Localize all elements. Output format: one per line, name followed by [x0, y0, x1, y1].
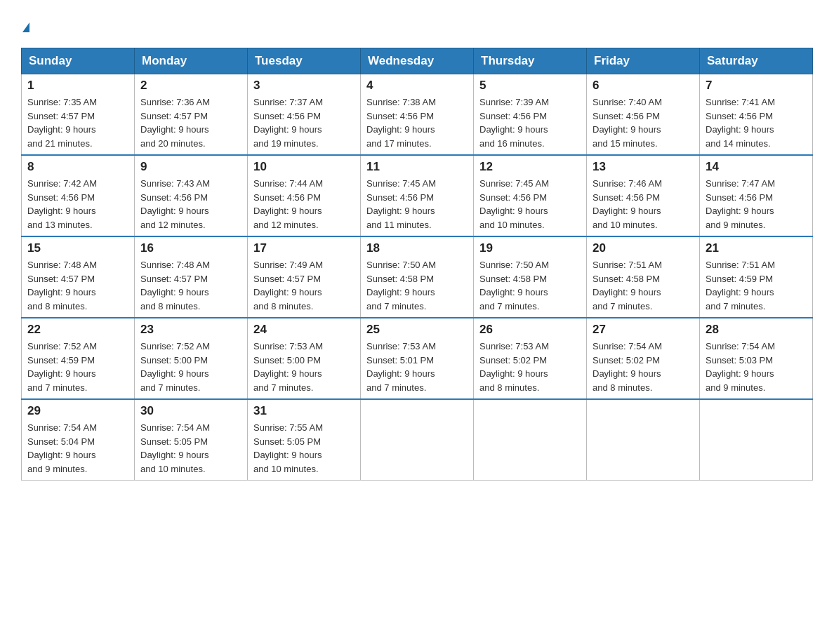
calendar-day-cell: 11Sunrise: 7:45 AMSunset: 4:56 PMDayligh…	[361, 155, 474, 236]
calendar-table: SundayMondayTuesdayWednesdayThursdayFrid…	[21, 48, 813, 481]
calendar-day-cell: 20Sunrise: 7:51 AMSunset: 4:58 PMDayligh…	[587, 236, 700, 318]
day-info: Sunrise: 7:46 AMSunset: 4:56 PMDaylight:…	[593, 178, 662, 230]
day-number: 17	[253, 241, 355, 255]
calendar-day-cell: 13Sunrise: 7:46 AMSunset: 4:56 PMDayligh…	[587, 155, 700, 236]
calendar-day-cell: 21Sunrise: 7:51 AMSunset: 4:59 PMDayligh…	[700, 236, 813, 318]
day-number: 26	[479, 323, 581, 337]
calendar-day-cell: 1Sunrise: 7:35 AMSunset: 4:57 PMDaylight…	[22, 74, 135, 156]
day-info: Sunrise: 7:45 AMSunset: 4:56 PMDaylight:…	[479, 178, 549, 230]
calendar-day-cell: 17Sunrise: 7:49 AMSunset: 4:57 PMDayligh…	[248, 236, 361, 318]
day-info: Sunrise: 7:51 AMSunset: 4:58 PMDaylight:…	[593, 260, 662, 311]
day-number: 8	[27, 160, 128, 174]
day-of-week-header: Saturday	[700, 48, 813, 74]
day-number: 15	[27, 241, 128, 255]
day-number: 23	[140, 323, 241, 337]
day-of-week-header: Thursday	[474, 48, 587, 74]
calendar-day-cell: 15Sunrise: 7:48 AMSunset: 4:57 PMDayligh…	[22, 236, 135, 318]
day-number: 10	[253, 160, 355, 174]
calendar-day-cell: 19Sunrise: 7:50 AMSunset: 4:58 PMDayligh…	[474, 236, 587, 318]
day-info: Sunrise: 7:43 AMSunset: 4:56 PMDaylight:…	[140, 178, 210, 230]
calendar-day-cell: 30Sunrise: 7:54 AMSunset: 5:05 PMDayligh…	[135, 399, 248, 481]
day-number: 31	[253, 404, 355, 418]
day-info: Sunrise: 7:48 AMSunset: 4:57 PMDaylight:…	[140, 260, 210, 311]
day-number: 11	[366, 160, 468, 174]
day-number: 19	[479, 241, 581, 255]
day-info: Sunrise: 7:39 AMSunset: 4:56 PMDaylight:…	[479, 97, 549, 149]
calendar-day-cell: 31Sunrise: 7:55 AMSunset: 5:05 PMDayligh…	[248, 399, 361, 481]
day-info: Sunrise: 7:53 AMSunset: 5:02 PMDaylight:…	[479, 341, 549, 393]
day-number: 14	[706, 160, 807, 174]
calendar-week-row: 22Sunrise: 7:52 AMSunset: 4:59 PMDayligh…	[22, 318, 813, 399]
day-info: Sunrise: 7:37 AMSunset: 4:56 PMDaylight:…	[253, 97, 323, 149]
calendar-day-cell: 10Sunrise: 7:44 AMSunset: 4:56 PMDayligh…	[248, 155, 361, 236]
day-info: Sunrise: 7:53 AMSunset: 5:00 PMDaylight:…	[253, 341, 323, 393]
day-of-week-header: Monday	[135, 48, 248, 74]
day-info: Sunrise: 7:53 AMSunset: 5:01 PMDaylight:…	[366, 341, 436, 393]
day-info: Sunrise: 7:52 AMSunset: 4:59 PMDaylight:…	[27, 341, 97, 393]
calendar-day-cell	[587, 399, 700, 481]
calendar-day-cell: 26Sunrise: 7:53 AMSunset: 5:02 PMDayligh…	[474, 318, 587, 399]
calendar-day-cell: 23Sunrise: 7:52 AMSunset: 5:00 PMDayligh…	[135, 318, 248, 399]
calendar-day-cell: 8Sunrise: 7:42 AMSunset: 4:56 PMDaylight…	[22, 155, 135, 236]
day-number: 4	[366, 79, 468, 93]
calendar-day-cell: 27Sunrise: 7:54 AMSunset: 5:02 PMDayligh…	[587, 318, 700, 399]
day-number: 29	[27, 404, 128, 418]
logo	[21, 14, 29, 34]
day-info: Sunrise: 7:55 AMSunset: 5:05 PMDaylight:…	[253, 422, 323, 474]
day-number: 6	[593, 79, 694, 93]
calendar-day-cell	[361, 399, 474, 481]
logo-triangle-icon	[22, 22, 29, 32]
day-info: Sunrise: 7:44 AMSunset: 4:56 PMDaylight:…	[253, 178, 323, 230]
day-info: Sunrise: 7:36 AMSunset: 4:57 PMDaylight:…	[140, 97, 210, 149]
day-number: 30	[140, 404, 241, 418]
day-info: Sunrise: 7:54 AMSunset: 5:02 PMDaylight:…	[593, 341, 662, 393]
day-info: Sunrise: 7:54 AMSunset: 5:04 PMDaylight:…	[27, 422, 97, 474]
calendar-day-cell: 5Sunrise: 7:39 AMSunset: 4:56 PMDaylight…	[474, 74, 587, 156]
day-number: 25	[366, 323, 468, 337]
day-info: Sunrise: 7:51 AMSunset: 4:59 PMDaylight:…	[706, 260, 775, 311]
day-number: 27	[593, 323, 694, 337]
day-number: 21	[706, 241, 807, 255]
day-info: Sunrise: 7:42 AMSunset: 4:56 PMDaylight:…	[27, 178, 97, 230]
calendar-day-cell: 12Sunrise: 7:45 AMSunset: 4:56 PMDayligh…	[474, 155, 587, 236]
day-info: Sunrise: 7:35 AMSunset: 4:57 PMDaylight:…	[27, 97, 97, 149]
day-number: 12	[479, 160, 581, 174]
day-info: Sunrise: 7:41 AMSunset: 4:56 PMDaylight:…	[706, 97, 775, 149]
calendar-day-cell: 18Sunrise: 7:50 AMSunset: 4:58 PMDayligh…	[361, 236, 474, 318]
calendar-day-cell: 3Sunrise: 7:37 AMSunset: 4:56 PMDaylight…	[248, 74, 361, 156]
calendar-week-row: 8Sunrise: 7:42 AMSunset: 4:56 PMDaylight…	[22, 155, 813, 236]
day-number: 24	[253, 323, 355, 337]
calendar-day-cell	[474, 399, 587, 481]
calendar-day-cell	[700, 399, 813, 481]
day-number: 20	[593, 241, 694, 255]
calendar-day-cell: 4Sunrise: 7:38 AMSunset: 4:56 PMDaylight…	[361, 74, 474, 156]
calendar-day-cell: 25Sunrise: 7:53 AMSunset: 5:01 PMDayligh…	[361, 318, 474, 399]
day-info: Sunrise: 7:45 AMSunset: 4:56 PMDaylight:…	[366, 178, 436, 230]
day-number: 2	[140, 79, 241, 93]
day-info: Sunrise: 7:50 AMSunset: 4:58 PMDaylight:…	[479, 260, 549, 311]
calendar-day-cell: 6Sunrise: 7:40 AMSunset: 4:56 PMDaylight…	[587, 74, 700, 156]
calendar-day-cell: 28Sunrise: 7:54 AMSunset: 5:03 PMDayligh…	[700, 318, 813, 399]
day-info: Sunrise: 7:49 AMSunset: 4:57 PMDaylight:…	[253, 260, 323, 311]
day-info: Sunrise: 7:54 AMSunset: 5:05 PMDaylight:…	[140, 422, 210, 474]
day-number: 9	[140, 160, 241, 174]
calendar-week-row: 29Sunrise: 7:54 AMSunset: 5:04 PMDayligh…	[22, 399, 813, 481]
calendar-day-cell: 22Sunrise: 7:52 AMSunset: 4:59 PMDayligh…	[22, 318, 135, 399]
calendar-day-cell: 29Sunrise: 7:54 AMSunset: 5:04 PMDayligh…	[22, 399, 135, 481]
day-number: 16	[140, 241, 241, 255]
day-number: 1	[27, 79, 128, 93]
day-of-week-header: Friday	[587, 48, 700, 74]
day-info: Sunrise: 7:47 AMSunset: 4:56 PMDaylight:…	[706, 178, 775, 230]
day-number: 13	[593, 160, 694, 174]
day-number: 28	[706, 323, 807, 337]
day-info: Sunrise: 7:54 AMSunset: 5:03 PMDaylight:…	[706, 341, 775, 393]
day-number: 5	[479, 79, 581, 93]
day-number: 22	[27, 323, 128, 337]
calendar-day-cell: 2Sunrise: 7:36 AMSunset: 4:57 PMDaylight…	[135, 74, 248, 156]
calendar-day-cell: 16Sunrise: 7:48 AMSunset: 4:57 PMDayligh…	[135, 236, 248, 318]
day-of-week-header: Sunday	[22, 48, 135, 74]
calendar-week-row: 1Sunrise: 7:35 AMSunset: 4:57 PMDaylight…	[22, 74, 813, 156]
calendar-day-cell: 14Sunrise: 7:47 AMSunset: 4:56 PMDayligh…	[700, 155, 813, 236]
calendar-header-row: SundayMondayTuesdayWednesdayThursdayFrid…	[22, 48, 813, 74]
day-info: Sunrise: 7:40 AMSunset: 4:56 PMDaylight:…	[593, 97, 662, 149]
